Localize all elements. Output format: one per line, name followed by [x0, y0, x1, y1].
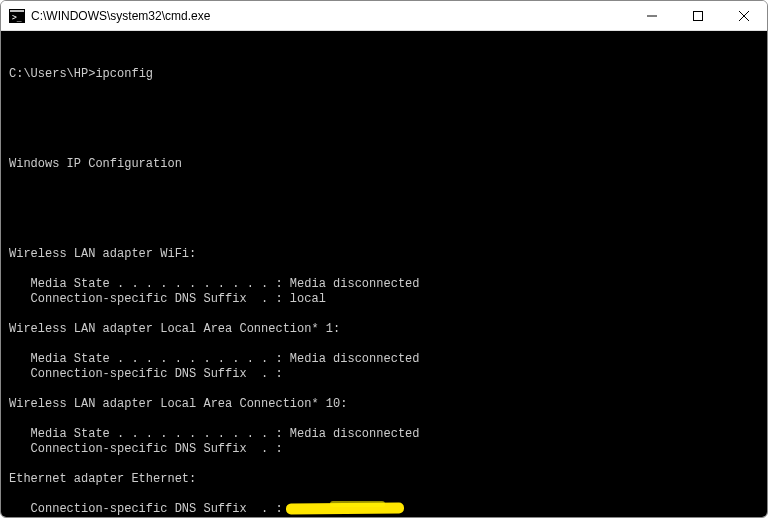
svg-rect-1: [10, 10, 24, 12]
field-label: Connection-specific DNS Suffix . :: [9, 292, 290, 306]
command-text: ipconfig: [95, 67, 153, 81]
adapter-field-row: Media State . . . . . . . . . . . : Medi…: [9, 277, 759, 292]
adapter-field-row: Connection-specific DNS Suffix . :: [9, 442, 759, 457]
adapter-field-row: Connection-specific DNS Suffix . :: [9, 367, 759, 382]
svg-text:>_: >_: [12, 13, 22, 22]
field-value: Media disconnected: [290, 277, 420, 291]
adapter-title: Wireless LAN adapter WiFi:: [9, 247, 759, 262]
adapter-title: Ethernet adapter Ethernet:: [9, 472, 759, 487]
cmd-icon: >_: [9, 9, 25, 23]
close-button[interactable]: [721, 1, 767, 30]
terminal-output[interactable]: C:\Users\HP>ipconfig Windows IP Configur…: [1, 31, 767, 518]
command-prompt-line: C:\Users\HP>ipconfig: [9, 67, 759, 82]
minimize-button[interactable]: [629, 1, 675, 30]
adapter-field-row: Connection-specific DNS Suffix . : local: [9, 292, 759, 307]
field-label: Connection-specific DNS Suffix . :: [9, 367, 290, 381]
adapter-block: Wireless LAN adapter Local Area Connecti…: [9, 322, 759, 397]
field-value: Media disconnected: [290, 427, 420, 441]
adapter-block: Ethernet adapter Ethernet: Connection-sp…: [9, 472, 759, 518]
adapter-block: Wireless LAN adapter Local Area Connecti…: [9, 397, 759, 472]
field-label: Connection-specific DNS Suffix . :: [9, 502, 290, 516]
adapter-field-row: Media State . . . . . . . . . . . : Medi…: [9, 427, 759, 442]
field-value: local: [290, 292, 326, 306]
redacted-value: [290, 502, 400, 515]
svg-rect-4: [694, 11, 703, 20]
field-label: Media State . . . . . . . . . . . :: [9, 427, 290, 441]
field-label: Media State . . . . . . . . . . . :: [9, 352, 290, 366]
field-value: Media disconnected: [290, 352, 420, 366]
window-titlebar: >_ C:\WINDOWS\system32\cmd.exe: [1, 1, 767, 31]
window-title: C:\WINDOWS\system32\cmd.exe: [31, 9, 629, 23]
ipconfig-heading: Windows IP Configuration: [9, 157, 759, 172]
adapter-block: Wireless LAN adapter WiFi: Media State .…: [9, 247, 759, 322]
adapter-field-row: Connection-specific DNS Suffix . :: [9, 502, 759, 517]
adapter-field-row: Media State . . . . . . . . . . . : Medi…: [9, 352, 759, 367]
adapter-title: Wireless LAN adapter Local Area Connecti…: [9, 322, 759, 337]
prompt-text: C:\Users\HP>: [9, 67, 95, 81]
adapter-title: Wireless LAN adapter Local Area Connecti…: [9, 397, 759, 412]
field-label: Connection-specific DNS Suffix . :: [9, 442, 290, 456]
maximize-button[interactable]: [675, 1, 721, 30]
window-controls: [629, 1, 767, 30]
field-label: Media State . . . . . . . . . . . :: [9, 277, 290, 291]
